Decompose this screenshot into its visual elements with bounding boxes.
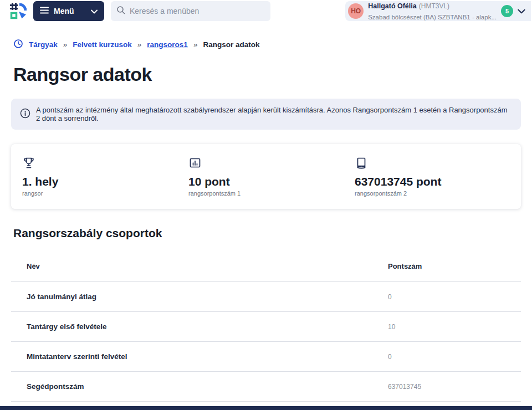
breadcrumb: Tárgyak » Felvett kurzusok » rangsoros1 … [0, 39, 532, 50]
menu-search[interactable] [111, 1, 270, 21]
menu-button-label: Menü [54, 7, 74, 16]
stat-value-rangsor: 1. hely [22, 175, 188, 188]
book-icon [355, 156, 521, 171]
ranking-summary-card: 1. hely rangsor 10 pont rangsorpontszám … [11, 144, 521, 209]
history-clock-icon[interactable] [13, 39, 23, 50]
user-menu[interactable]: HO Hallgató Ofélia(HMT3VL) Szabad bölcsé… [345, 1, 531, 21]
breadcrumb-separator: » [137, 40, 142, 49]
breadcrumb-item-felvett-kurzusok[interactable]: Felvett kurzusok [73, 40, 132, 49]
section-title: Rangsorszabály csoportok [13, 227, 519, 240]
notification-badge[interactable]: 5 [501, 5, 513, 17]
stat-rangsorpontszam-2: 637013745 pont rangsorpontszám 2 [355, 156, 521, 197]
chevron-down-icon [518, 6, 525, 16]
rule-groups-table: Név Pontszám Jó tanulmányi átlag 0 Tantá… [11, 254, 521, 402]
stat-label-rangsorpontszam-1: rangsorpontszám 1 [188, 190, 355, 197]
top-bar: Menü HO Hallgató Ofélia(HMT3VL) Szabad b… [0, 0, 532, 22]
table-row: Segédpontszám 637013745 [11, 372, 521, 402]
stat-label-rangsorpontszam-2: rangsorpontszám 2 [355, 190, 521, 197]
table-row: Tantárgy első felvétele 10 [11, 312, 521, 342]
row-points: 637013745 [388, 383, 421, 391]
info-banner-text: A pontszám az intézmény által meghatároz… [36, 106, 512, 122]
row-points: 0 [388, 353, 392, 361]
row-name: Mintatanterv szerinti felvétel [11, 352, 388, 361]
breadcrumb-item-rangsoros1[interactable]: rangsoros1 [147, 40, 188, 49]
menu-button[interactable]: Menü [33, 1, 104, 21]
search-input[interactable] [130, 7, 265, 16]
column-header-name: Név [11, 262, 388, 270]
stat-value-rangsorpontszam-2: 637013745 pont [355, 175, 521, 188]
breadcrumb-separator: » [193, 40, 198, 49]
stat-label-rangsor: rangsor [22, 190, 188, 197]
page-title: Rangsor adatok [13, 64, 519, 85]
app-logo-icon[interactable] [10, 3, 27, 19]
stat-value-rangsorpontszam-1: 10 pont [188, 175, 355, 188]
stat-rangsor: 1. hely rangsor [22, 156, 188, 197]
row-name: Tantárgy első felvétele [11, 322, 388, 331]
row-points: 0 [388, 293, 392, 301]
hamburger-icon [40, 7, 49, 16]
breadcrumb-item-targyak[interactable]: Tárgyak [29, 40, 58, 49]
avatar: HO [348, 3, 364, 19]
table-row: Mintatanterv szerinti felvétel 0 [11, 342, 521, 372]
breadcrumb-separator: » [63, 40, 68, 49]
breadcrumb-current: Rangsor adatok [203, 40, 259, 49]
chevron-down-icon [91, 7, 98, 16]
row-points: 10 [388, 323, 395, 331]
row-name: Segédpontszám [11, 382, 388, 391]
stat-rangsorpontszam-1: 10 pont rangsorpontszám 1 [188, 156, 355, 197]
table-header-row: Név Pontszám [11, 254, 521, 282]
footer-bar [0, 406, 532, 410]
table-row: Jó tanulmányi átlag 0 [11, 282, 521, 312]
trophy-icon [22, 156, 188, 171]
search-icon [116, 6, 125, 17]
info-banner: A pontszám az intézmény által meghatároz… [11, 99, 521, 130]
user-training-info: Szabad bölcsészet (BA) SZBTANB1 - alapk.… [368, 14, 497, 20]
user-code: (HMT3VL) [419, 2, 449, 10]
column-header-points: Pontszám [388, 262, 422, 270]
row-name: Jó tanulmányi átlag [11, 293, 388, 301]
user-name: Hallgató Ofélia [368, 2, 417, 10]
bar-chart-icon [188, 156, 355, 171]
info-icon [20, 108, 30, 120]
